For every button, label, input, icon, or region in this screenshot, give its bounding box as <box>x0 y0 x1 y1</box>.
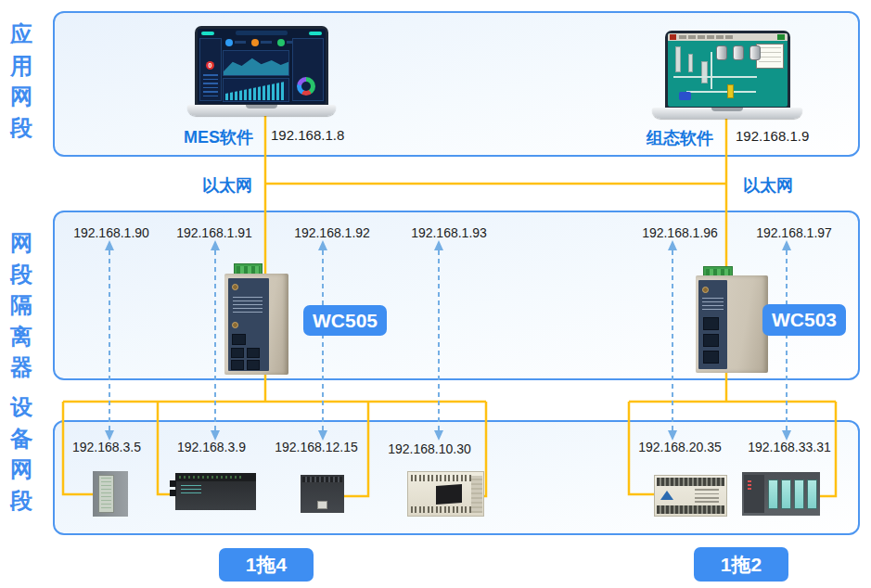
plc-front-plate <box>98 475 114 513</box>
device-ip-3: 192.168.12.15 <box>275 440 358 454</box>
pipe-line <box>711 52 712 89</box>
gateway-body <box>696 275 768 373</box>
isolator-ip-4: 192.168.1.93 <box>411 225 487 240</box>
laptop-base <box>652 108 802 119</box>
toolbar-green-button <box>777 34 785 40</box>
wc505-model-badge: WC505 <box>303 305 387 336</box>
pump-icon <box>679 92 691 100</box>
device-ip-6: 192.168.33.31 <box>748 440 831 454</box>
plc-terminal-strip <box>175 473 256 481</box>
plc-port <box>317 501 327 509</box>
toolbar-buttons <box>679 35 733 39</box>
plc-logo-controller-icon <box>301 475 344 513</box>
mes-laptop: 0 <box>187 26 336 117</box>
ethernet-label-left: 以太网 <box>202 174 252 197</box>
ethernet-port <box>703 334 719 347</box>
isolator-ip-6: 192.168.1.97 <box>756 225 832 240</box>
isolator-ip-3: 192.168.1.92 <box>294 225 370 240</box>
wc503-gateway-icon <box>696 266 768 373</box>
device-ip-4: 192.168.10.30 <box>388 441 471 456</box>
plc-terminal-row <box>657 478 724 486</box>
gateway-body <box>224 274 288 375</box>
network-topology-diagram: 应用网段 网段隔离器 设备网段 <box>0 0 871 588</box>
bar-chart-series <box>225 82 285 100</box>
plc-terminal-strip <box>302 477 342 482</box>
kpi-dot-orange <box>251 39 259 46</box>
scada-ip-label: 192.168.1.9 <box>736 128 809 144</box>
one-to-two-badge: 1拖2 <box>694 547 788 582</box>
plc-siemens-module-icon <box>93 471 128 517</box>
dashboard-left-panel: 0 <box>199 38 222 101</box>
module-door <box>794 479 804 509</box>
section-label-devices: 设备网段 <box>7 391 35 516</box>
rack-power-module <box>744 475 764 513</box>
device-ip-1: 192.168.3.5 <box>72 440 141 454</box>
mes-dashboard-screen: 0 <box>198 29 326 104</box>
kpi-dot-green <box>277 39 285 46</box>
one-to-four-badge: 1拖4 <box>219 548 314 582</box>
kpi-dot-blue <box>225 39 233 46</box>
module-door <box>781 479 791 509</box>
ethernet-port <box>232 334 246 345</box>
plc-label <box>181 485 201 494</box>
led-labels <box>702 298 724 313</box>
laptop-base <box>187 105 336 116</box>
plc-s7-300-rack-icon <box>742 472 820 516</box>
dashboard-right-panel <box>292 38 324 101</box>
ethernet-port <box>231 360 244 370</box>
tank-icon <box>716 45 727 60</box>
led-labels <box>233 297 263 313</box>
alarm-count: 0 <box>206 61 214 70</box>
toolbar-red-button <box>670 34 676 40</box>
ethernet-port <box>247 348 260 358</box>
ethernet-port <box>703 317 719 330</box>
plc-terminal-row <box>657 505 724 514</box>
ethernet-port <box>703 351 719 364</box>
plc-label-panel <box>436 484 462 505</box>
scada-hmi-screen <box>668 33 788 107</box>
column-icon <box>701 61 708 83</box>
plc-delta-dvp-icon <box>654 475 727 517</box>
module-door <box>807 479 817 509</box>
ethernet-port <box>231 348 244 358</box>
plc-side-vents <box>471 476 482 513</box>
device-ip-5: 192.168.20.35 <box>638 440 722 454</box>
vessel-icon <box>727 84 734 98</box>
area-chart <box>223 50 289 76</box>
scada-laptop <box>652 31 802 119</box>
plc-mitsubishi-fx-icon <box>407 471 484 517</box>
area-chart-series <box>224 51 288 75</box>
plc-terminal-row <box>411 506 472 513</box>
antenna-connector <box>702 287 709 293</box>
device-ip-2: 192.168.3.9 <box>177 440 246 454</box>
dashboard-pill-left <box>201 32 214 35</box>
gateway-front-panel <box>698 280 727 369</box>
tank-icon <box>749 45 761 60</box>
antenna-connector <box>232 322 238 328</box>
isolator-ip-1: 192.168.1.90 <box>73 225 149 240</box>
alarm-list-rows <box>203 74 218 98</box>
bar-chart <box>223 78 289 102</box>
wc505-gateway-icon <box>224 263 288 375</box>
column-icon <box>675 46 681 72</box>
module-door <box>768 479 778 509</box>
mes-software-label: MES软件 <box>184 126 253 148</box>
laptop-screen <box>665 31 790 109</box>
laptop-screen: 0 <box>195 26 328 107</box>
delta-logo <box>660 491 673 500</box>
gateway-front-panel <box>228 278 269 371</box>
plc-terminal-row <box>411 475 472 481</box>
dashboard-header <box>236 31 287 35</box>
scada-software-label: 组态软件 <box>647 127 713 149</box>
tank-icon <box>733 45 744 60</box>
ethernet-label-right: 以太网 <box>743 174 793 197</box>
isolator-ip-5: 192.168.1.96 <box>642 225 718 240</box>
wc503-model-badge: WC503 <box>762 304 846 336</box>
column-icon <box>688 54 693 72</box>
antenna-connector <box>232 284 238 290</box>
plc-label <box>695 489 719 504</box>
isolator-ip-2: 192.168.1.91 <box>176 225 252 240</box>
pipe-line <box>686 91 756 93</box>
plc-connector <box>170 480 176 487</box>
mes-ip-label: 192.168.1.8 <box>271 127 344 143</box>
